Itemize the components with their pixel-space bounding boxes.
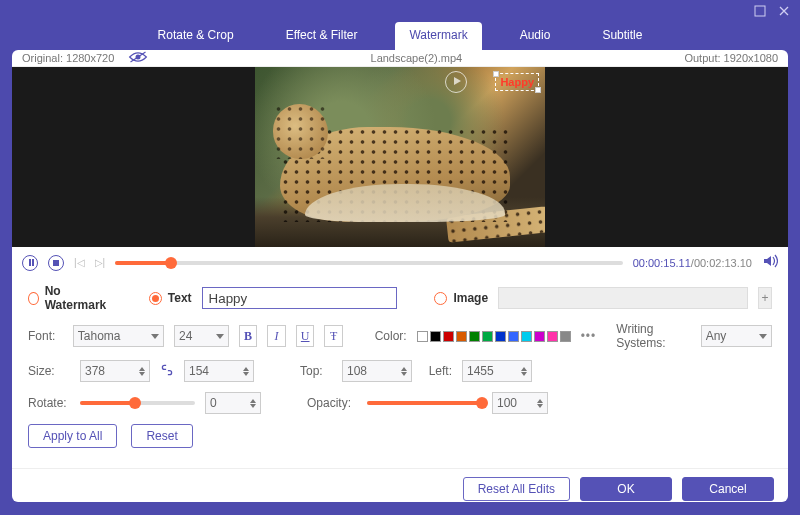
opacity-input[interactable]: 100 [492, 392, 548, 414]
color-swatch[interactable] [560, 331, 571, 342]
add-image-button[interactable]: + [758, 287, 772, 309]
window-close[interactable] [778, 5, 790, 17]
size-width-input[interactable]: 378 [80, 360, 150, 382]
apply-to-all-button[interactable]: Apply to All [28, 424, 117, 448]
strike-button[interactable]: Ŧ [324, 325, 343, 347]
play-overlay-icon[interactable] [445, 71, 467, 93]
aspect-lock-icon[interactable] [160, 363, 174, 380]
color-swatch[interactable] [456, 331, 467, 342]
left-input[interactable]: 1455 [462, 360, 532, 382]
rotate-input[interactable]: 0 [205, 392, 261, 414]
bold-button[interactable]: B [239, 325, 258, 347]
next-frame-button[interactable]: ▷| [95, 257, 106, 268]
color-swatch[interactable] [469, 331, 480, 342]
top-label: Top: [300, 364, 332, 378]
tab-audio[interactable]: Audio [506, 22, 565, 50]
font-label: Font: [28, 329, 63, 343]
color-swatch[interactable] [417, 331, 428, 342]
prev-frame-button[interactable]: |◁ [74, 257, 85, 268]
tab-subtitle[interactable]: Subtitle [588, 22, 656, 50]
color-swatch[interactable] [443, 331, 454, 342]
color-label: Color: [375, 329, 407, 343]
reset-all-edits-button[interactable]: Reset All Edits [463, 477, 570, 501]
video-preview: Happy [12, 67, 788, 247]
color-swatch[interactable] [495, 331, 506, 342]
watermark-overlay[interactable]: Happy [495, 73, 539, 91]
preview-toggle-icon[interactable] [128, 50, 148, 66]
color-swatch[interactable] [508, 331, 519, 342]
playback-time: 00:00:15.11/00:02:13.10 [633, 257, 752, 269]
seek-slider[interactable] [115, 261, 622, 265]
window-minimize[interactable] [754, 5, 766, 17]
color-swatch[interactable] [430, 331, 441, 342]
left-label: Left: [422, 364, 452, 378]
watermark-image-path [498, 287, 748, 309]
pause-button[interactable] [22, 255, 38, 271]
font-select[interactable]: Tahoma [73, 325, 164, 347]
more-colors[interactable]: ••• [581, 329, 597, 343]
color-swatch[interactable] [482, 331, 493, 342]
original-dimensions: Original: 1280x720 [22, 52, 114, 64]
rotate-slider[interactable] [80, 401, 195, 405]
color-swatch[interactable] [521, 331, 532, 342]
rotate-label: Rotate: [28, 396, 70, 410]
underline-button[interactable]: U [296, 325, 315, 347]
ok-button[interactable]: OK [580, 477, 672, 501]
opacity-label: Opacity: [307, 396, 357, 410]
radio-text-watermark[interactable]: Text [149, 291, 192, 305]
watermark-text-input[interactable] [202, 287, 397, 309]
tab-effect-filter[interactable]: Effect & Filter [272, 22, 372, 50]
filename: Landscape(2).mp4 [371, 52, 463, 64]
font-size-select[interactable]: 24 [174, 325, 229, 347]
tab-rotate-crop[interactable]: Rotate & Crop [144, 22, 248, 50]
radio-image-watermark[interactable]: Image [434, 291, 488, 305]
writing-systems-select[interactable]: Any [701, 325, 772, 347]
writing-systems-label: Writing Systems: [616, 322, 690, 350]
size-label: Size: [28, 364, 70, 378]
tab-watermark[interactable]: Watermark [395, 22, 481, 50]
svg-rect-0 [755, 6, 765, 16]
radio-no-watermark[interactable]: No Watermark [28, 284, 109, 312]
volume-icon[interactable] [762, 253, 778, 272]
opacity-slider[interactable] [367, 401, 482, 405]
svg-line-2 [131, 52, 146, 62]
size-height-input[interactable]: 154 [184, 360, 254, 382]
cancel-button[interactable]: Cancel [682, 477, 774, 501]
output-dimensions: Output: 1920x1080 [684, 52, 778, 64]
color-swatch[interactable] [547, 331, 558, 342]
color-swatch[interactable] [534, 331, 545, 342]
italic-button[interactable]: I [267, 325, 286, 347]
reset-button[interactable]: Reset [131, 424, 192, 448]
stop-button[interactable] [48, 255, 64, 271]
top-input[interactable]: 108 [342, 360, 412, 382]
